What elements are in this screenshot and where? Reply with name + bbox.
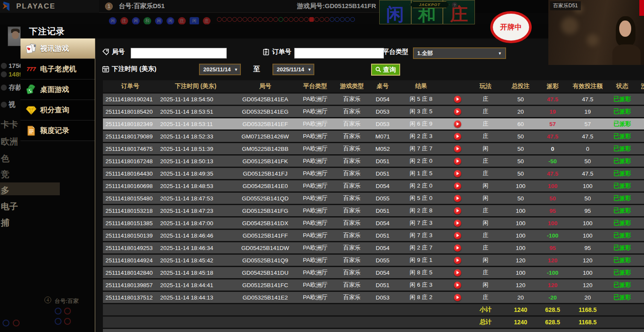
result-marker-icon: 庄 [178,17,186,25]
menu-item-icon [1,102,7,108]
table-row[interactable]: 2511141801492532025-11-14 18:46:34GD0542… [103,242,644,253]
play-result-button[interactable] [454,269,461,276]
play-result-button[interactable] [454,120,461,128]
cell-status: 已派彩 [608,193,637,204]
search-button[interactable]: 查询 [371,64,400,76]
cell-order: 251114180160698 [103,180,158,191]
sidebar-item-0[interactable]: 9K视讯游戏 [20,38,95,59]
table-row[interactable]: 2511141801532182025-11-14 18:47:23GD0512… [103,205,644,216]
svg-text:9: 9 [34,44,35,47]
cell-clipped [637,242,644,253]
play-result-button[interactable] [454,170,461,177]
cell-clipped [637,156,644,167]
cell-replay [447,131,468,142]
column-header: 派彩 [538,80,568,92]
avatar[interactable] [8,26,22,46]
cell-round: GD05425B141DX [234,217,297,229]
play-result-button[interactable] [454,96,461,103]
cell-table-no: D053 [370,106,395,117]
table-row[interactable]: 2511141801823492025-11-14 18:53:11GD0532… [103,118,644,129]
sidebar-item-2[interactable]: 桌面游戏 [20,79,95,100]
table-row[interactable]: 2511141801606982025-11-14 18:48:53GD0542… [103,180,644,191]
jackpot-help-icon[interactable]: ? [452,2,457,8]
table-row[interactable]: 2511141801501392025-11-14 18:46:46GD0512… [103,230,644,241]
cell-total-bet: 120 [503,255,538,266]
sidebar-item-4[interactable]: 额度记录 [20,120,95,141]
cell-round: GD05425B141DU [234,267,297,278]
table-row[interactable]: 2511141801854202025-11-14 18:53:51GD0532… [103,106,644,117]
play-result-button[interactable] [454,282,461,289]
bet-zone[interactable]: 闲 [379,0,411,24]
table-row[interactable]: 2511141801746752025-11-14 18:51:39GM0522… [103,143,644,154]
background-menu-item: 捕 [1,217,9,229]
cell-time: 2025-11-14 18:49:35 [158,168,234,179]
cell-game-type: 百家乐 [334,143,370,154]
table-row[interactable]: 2511141801513852025-11-14 18:47:00GD0542… [103,217,644,229]
table-row[interactable]: 2511141801449242025-11-14 18:45:42GD0552… [103,255,644,266]
bead-marker [309,17,314,22]
cell-time: 2025-11-14 18:48:53 [158,180,234,191]
cell-total-bet: 100 [503,242,538,253]
cell-valid-bet: 19 [568,106,608,117]
column-header: 平台类型 [297,80,334,92]
bead-marker [294,17,299,22]
bet-records-table: 订单号下注时间 (美东)局号平台类型游戏类型桌号结果玩法总投注派彩有效投注额状态… [103,80,644,332]
column-header [447,80,468,92]
cell-payout: -50 [538,156,568,167]
cell-clipped [637,94,644,105]
bead-marker [253,17,258,22]
sidebar-item-3[interactable]: 积分查询 [20,100,95,120]
play-result-button[interactable] [454,108,461,115]
cell-play-type: 闲 [468,217,503,229]
play-result-button[interactable] [454,294,461,301]
bead-marker [268,17,273,22]
background-table-badge: 4 [44,297,51,303]
cell-game-type: 百家乐 [334,193,370,204]
cell-clipped [637,217,644,229]
cell-table-no: D051 [370,230,395,241]
play-result-button[interactable] [454,207,461,214]
cell-play-type: 庄 [468,242,503,253]
play-result-button[interactable] [454,257,461,264]
date-from-select[interactable]: 2025/11/14▼ [199,64,241,75]
table-row[interactable]: 2511141801790892025-11-14 18:52:33GM0712… [103,131,644,142]
bead-marker [335,17,340,22]
bead-road [217,17,355,22]
cell-clipped [637,131,644,142]
cell-result: 闲 8 庄 5 [395,267,447,278]
play-result-button[interactable] [454,158,461,165]
cell-payout: 120 [538,279,568,291]
table-row[interactable]: 2511141801428402025-11-14 18:45:18GD0542… [103,267,644,278]
play-result-button[interactable] [454,145,461,153]
cell-total-bet: 50 [503,131,538,142]
cell-payout: 47.5 [538,131,568,142]
play-result-button[interactable] [454,195,461,202]
menu-item-icon [1,85,7,91]
play-result-button[interactable] [454,133,461,140]
column-header-clipped: 洗 [637,80,644,92]
table-row[interactable]: 2511141801554802025-11-14 18:47:53GD0552… [103,193,644,204]
cell-result: 闲 7 庄 3 [395,230,447,241]
table-row[interactable]: 2511141801902412025-11-14 18:54:50GD0542… [103,94,644,105]
cell-total-bet: 100 [503,230,538,241]
play-result-button[interactable] [454,232,461,239]
play-icon [457,209,459,212]
sidebar-item-1[interactable]: 777电子老虎机 [20,59,95,79]
play-result-button[interactable] [454,244,461,252]
table-row[interactable]: 2511141801398572025-11-14 18:44:41GD0512… [103,279,644,291]
date-to-select[interactable]: 2025/11/14▼ [272,64,314,75]
sidebar-item-label: 桌面游戏 [40,85,69,94]
round-input[interactable] [131,48,227,59]
cell-valid-bet: 47.5 [568,168,608,179]
table-row[interactable]: 2511141801672482025-11-14 18:50:13GD0512… [103,156,644,167]
cell-time: 2025-11-14 18:44:13 [158,292,234,303]
play-result-button[interactable] [454,182,461,190]
cell-payout: 19 [538,106,568,117]
platform-filter-label: 平台类型 [373,48,408,56]
table-row[interactable]: 2511141801644302025-11-14 18:49:35GD0512… [103,168,644,179]
order-input[interactable] [294,48,384,59]
play-result-button[interactable] [454,220,461,227]
platform-select[interactable]: 1.全部▼ [413,47,506,59]
table-row[interactable]: 2511141801375122025-11-14 18:44:13GD0532… [103,292,644,303]
cards-icon: 9K [25,44,38,54]
